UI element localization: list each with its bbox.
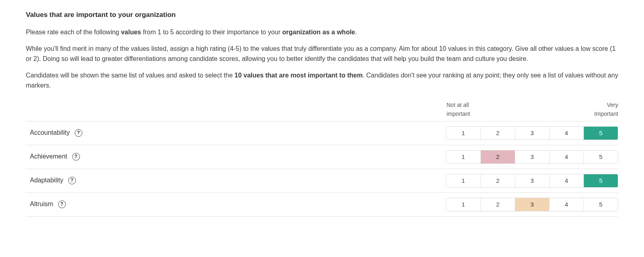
rating-option-2[interactable]: 2 (480, 150, 515, 163)
intro-3-bold-10values: 10 values that are most important to the… (235, 72, 363, 79)
page-title: Values that are important to your organi… (26, 10, 618, 20)
rating-option-5[interactable]: 5 (583, 150, 618, 163)
value-label-wrap: Achievement? (26, 152, 80, 162)
rating-row: Altruism?12345 (26, 192, 618, 217)
value-label: Achievement (30, 152, 67, 162)
rating-option-5[interactable]: 5 (583, 127, 618, 140)
rating-group: 12345 (446, 150, 618, 164)
value-label: Altruism (30, 199, 53, 209)
rating-option-3[interactable]: 3 (515, 127, 549, 140)
rating-option-1[interactable]: 1 (446, 127, 480, 140)
rating-group: 12345 (446, 198, 618, 211)
help-icon[interactable]: ? (68, 177, 76, 184)
rating-option-2[interactable]: 2 (480, 198, 515, 211)
rating-row: Adaptability?12345 (26, 169, 618, 192)
rating-row: Achievement?12345 (26, 145, 618, 169)
rating-option-2[interactable]: 2 (480, 127, 515, 140)
rating-rows: Accountability?12345Achievement?12345Ada… (26, 121, 618, 217)
rating-option-5[interactable]: 5 (583, 174, 618, 187)
rating-option-1[interactable]: 1 (446, 198, 480, 211)
help-icon[interactable]: ? (75, 129, 82, 137)
intro-1-text-e: . (355, 29, 357, 36)
intro-1-text-a: Please rate each of the following (26, 29, 121, 36)
rating-row: Accountability?12345 (26, 121, 618, 145)
scale-high-line1: Very (584, 101, 618, 110)
rating-option-3[interactable]: 3 (515, 198, 549, 211)
rating-option-4[interactable]: 4 (549, 150, 583, 163)
help-icon[interactable]: ? (58, 201, 66, 208)
help-icon[interactable]: ? (72, 153, 80, 161)
value-label: Accountability (30, 128, 70, 138)
intro-paragraph-3: Candidates will be shown the same list o… (26, 71, 618, 91)
scale-low-line2: important (447, 110, 481, 119)
rating-option-4[interactable]: 4 (549, 198, 583, 211)
intro-1-text-c: from 1 to 5 according to their importanc… (141, 29, 283, 36)
intro-paragraph-1: Please rate each of the following values… (26, 27, 618, 38)
intro-1-bold-org: organization as a whole (282, 29, 355, 36)
intro-1-bold-values: values (121, 29, 141, 36)
intro-paragraph-2: While you'll find merit in many of the v… (26, 44, 618, 64)
rating-option-4[interactable]: 4 (549, 174, 583, 187)
scale-high-label: Very Important (584, 101, 618, 118)
intro-3-text-a: Candidates will be shown the same list o… (26, 72, 235, 79)
value-label-wrap: Accountability? (26, 128, 82, 138)
value-label-wrap: Adaptability? (26, 176, 76, 186)
rating-option-1[interactable]: 1 (446, 174, 480, 187)
rating-option-3[interactable]: 3 (515, 174, 549, 187)
scale-spacer (481, 101, 584, 118)
rating-group: 12345 (446, 126, 618, 140)
rating-option-5[interactable]: 5 (583, 198, 618, 211)
rating-option-2[interactable]: 2 (480, 174, 515, 187)
scale-header: Not at all important Very Important (26, 97, 618, 121)
scale-low-label: Not at all important (447, 101, 481, 118)
value-label: Adaptability (30, 176, 63, 186)
rating-option-3[interactable]: 3 (515, 150, 549, 163)
scale-high-line2: Important (584, 110, 618, 119)
scale-low-line1: Not at all (447, 101, 481, 110)
rating-option-1[interactable]: 1 (446, 150, 480, 163)
rating-group: 12345 (446, 174, 618, 188)
value-label-wrap: Altruism? (26, 199, 66, 209)
rating-option-4[interactable]: 4 (549, 127, 583, 140)
